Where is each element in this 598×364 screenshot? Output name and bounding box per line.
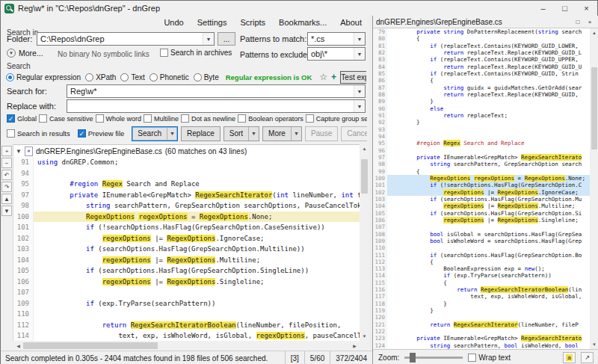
result-line[interactable]: 112 return RegexSearchIteratorBoolean(li…: [13, 320, 360, 331]
syntax-highlight-toggle-icon[interactable]: a: [563, 352, 576, 363]
preview-line[interactable]: 98 string searchPattern, GrepSearchOptio…: [373, 161, 590, 167]
preview-line[interactable]: 90 else: [373, 105, 590, 112]
preview-vertical-scrollbar[interactable]: ▲ ▼: [590, 28, 598, 349]
preview-line[interactable]: 80 {: [373, 35, 590, 42]
scrollbar-thumb[interactable]: [23, 342, 158, 349]
preview-line[interactable]: 101 if (!searchOptions.HasFlag(GrepSearc…: [373, 182, 590, 188]
case-sensitive-checkbox[interactable]: Case sensitive: [39, 114, 93, 123]
result-line[interactable]: 98 string searchPattern, GrepSearchOptio…: [13, 200, 360, 212]
regular-expression-radio[interactable]: Regular expression: [6, 73, 81, 81]
patterns-match-combobox[interactable]: *.cs ▼: [307, 32, 366, 46]
chevron-down-icon[interactable]: ▼: [354, 48, 365, 60]
preview-line[interactable]: 86 {: [373, 77, 590, 84]
result-line[interactable]: 107: [13, 287, 360, 298]
preview-file-checkbox[interactable]: ✓Preview file: [78, 129, 125, 138]
preview-line[interactable]: 87 string guidx = guidxMatches.GetOrAdd(…: [373, 84, 590, 91]
preview-line[interactable]: 119 }: [373, 307, 590, 314]
search-button[interactable]: Search▼: [132, 126, 178, 141]
preview-line[interactable]: 105 if (searchOptions.HasFlag(GrepSearch…: [373, 210, 590, 217]
sort-button[interactable]: Sort▼: [224, 126, 259, 141]
preview-line[interactable]: 91 return replaceText;: [373, 112, 590, 119]
result-line[interactable]: 103 if (searchOptions.HasFlag(GrepSearch…: [13, 244, 360, 255]
preview-line[interactable]: 110: [373, 244, 590, 251]
preview-line[interactable]: 79 private string DoPatternReplacement(s…: [373, 28, 590, 35]
preview-line[interactable]: 92 }: [373, 119, 590, 126]
preview-line[interactable]: 113 BooleanExpression exp = new();: [373, 265, 590, 272]
menu-item-undo[interactable]: Undo: [164, 18, 183, 27]
search-for-combobox[interactable]: Reg\w* ▼: [67, 84, 366, 98]
preview-line[interactable]: 109 bool isWholeWord = searchOptions.Has…: [373, 238, 590, 244]
result-line[interactable]: 110: [13, 309, 360, 320]
capture-group-search-checkbox[interactable]: Capture group search: [306, 114, 367, 123]
preview-line[interactable]: 106 regexOptions |= RegexOptions.Singlel…: [373, 217, 590, 223]
menu-item-settings[interactable]: Settings: [197, 18, 227, 27]
results-file-header[interactable]: ▼ # dnGREP.Engines\GrepEngineBase.cs (60…: [13, 145, 360, 157]
browse-folder-button[interactable]: ...: [218, 32, 235, 46]
preview-line[interactable]: 83 if (replaceText.Contains(KEYWORD_GUID…: [373, 56, 590, 63]
preview-line[interactable]: 102 regexOptions |= RegexOptions.IgnoreC…: [373, 189, 590, 196]
scroll-right-icon[interactable]: ▶: [350, 341, 360, 351]
result-line[interactable]: 106 regexOptions |= RegexOptions.Singlel…: [13, 277, 360, 288]
preview-line[interactable]: 117 text, exp, isWholeWord, isGlobal,: [373, 293, 590, 300]
previous-file-icon[interactable]: ↶: [1, 170, 12, 180]
replace-with-combobox[interactable]: ▼: [67, 99, 366, 113]
preview-line[interactable]: 111 if (searchOptions.HasFlag(GrepSearch…: [373, 252, 590, 259]
preview-line[interactable]: 104 regexOptions |= RegexOptions.Multili…: [373, 203, 590, 209]
preview-line[interactable]: 88 return replaceText.Replace(KEYWORD_GU…: [373, 91, 590, 98]
preview-line[interactable]: 115 {: [373, 280, 590, 286]
preview-line[interactable]: 114 if (exp.TryParse(searchPattern)): [373, 272, 590, 279]
search-in-results-checkbox[interactable]: Search in results: [7, 129, 70, 138]
results-vertical-scrollbar[interactable]: ▲ ▼: [360, 144, 369, 341]
result-line[interactable]: 105 if (searchOptions.HasFlag(GrepSearch…: [13, 265, 360, 277]
preview-line[interactable]: 103 if (searchOptions.HasFlag(GrepSearch…: [373, 196, 590, 203]
result-line[interactable]: 102 regexOptions |= RegexOptions.IgnoreC…: [13, 233, 360, 244]
results-horizontal-scrollbar[interactable]: ◀ ▶: [13, 341, 360, 351]
preview-line[interactable]: 124 string searchPattern, bool isWholeWo…: [373, 342, 590, 349]
collapse-results-icon[interactable]: −: [1, 158, 12, 168]
search-dropdown-arrow-icon[interactable]: ▼: [167, 131, 177, 136]
patterns-exclude-combobox[interactable]: obj\* ▼: [307, 47, 366, 61]
boolean-operators-checkbox[interactable]: Boolean operators: [238, 114, 303, 123]
preview-line[interactable]: 97 private IEnumerable<GrepMatch> RegexS…: [373, 154, 590, 161]
maximize-button[interactable]: □: [554, 1, 576, 16]
scrollbar-thumb[interactable]: [361, 159, 368, 194]
text-radio[interactable]: Text: [120, 73, 144, 81]
more-dropdown-arrow-icon[interactable]: ▼: [292, 131, 301, 136]
chevron-down-icon[interactable]: ▼: [354, 100, 365, 112]
scroll-down-icon[interactable]: ▼: [360, 332, 369, 341]
preview-line[interactable]: 95 #region Regex Search and Replace: [373, 140, 590, 146]
preview-line[interactable]: 85 if (replaceText.Contains(KEYWORD_GUID…: [373, 70, 590, 77]
result-line[interactable]: 109 if (exp.TryParse(searchPattern)): [13, 298, 360, 309]
scroll-left-icon[interactable]: ◀: [13, 341, 23, 351]
zoom-slider[interactable]: [404, 357, 463, 359]
result-line[interactable]: 97 private IEnumerable<GrepMatch> RegexS…: [13, 190, 360, 201]
preview-line[interactable]: 89 }: [373, 98, 590, 105]
phonetic-radio[interactable]: Phonetic: [150, 73, 189, 81]
close-button[interactable]: ×: [576, 1, 597, 16]
more-options-expander[interactable]: ▼ More...: [7, 49, 43, 58]
previous-match-icon[interactable]: ▲: [1, 194, 12, 204]
preview-line[interactable]: 120: [373, 314, 590, 321]
chevron-down-icon[interactable]: ▼: [203, 33, 214, 45]
folder-combobox[interactable]: C:\Repos\dnGrep ▼: [37, 32, 215, 46]
wrap-text-checkbox[interactable]: Wrap text: [468, 354, 511, 362]
result-line[interactable]: 100 RegexOptions regexOptions = RegexOpt…: [13, 212, 360, 223]
next-file-icon[interactable]: ↷: [1, 182, 12, 192]
preview-line[interactable]: 93: [373, 126, 590, 133]
close-preview-icon[interactable]: ×: [584, 17, 596, 27]
preview-line[interactable]: 116 return RegexSearchIteratorBoolean(li…: [373, 286, 590, 293]
whole-word-checkbox[interactable]: Whole word: [96, 114, 142, 123]
scroll-up-icon[interactable]: ▲: [360, 144, 369, 153]
global-checkbox[interactable]: ✓Global: [7, 114, 37, 123]
preview-line[interactable]: 84 return replaceText.Replace(KEYWORD_GU…: [373, 64, 590, 70]
chevron-down-icon[interactable]: ▼: [354, 85, 365, 97]
preview-line[interactable]: 118 }: [373, 300, 590, 307]
search-in-archives-checkbox[interactable]: Search in archives: [160, 49, 232, 57]
expand-results-icon[interactable]: +: [1, 146, 12, 156]
preview-line[interactable]: 99 {: [373, 168, 590, 175]
next-match-icon[interactable]: ▼: [1, 206, 12, 216]
preview-line[interactable]: 100 RegexOptions regexOptions = RegexOpt…: [373, 175, 590, 182]
xpath-radio[interactable]: XPath: [85, 73, 116, 81]
menu-item-about[interactable]: About: [340, 18, 362, 27]
result-line[interactable]: 101 if (!searchOptions.HasFlag(GrepSearc…: [13, 222, 360, 233]
